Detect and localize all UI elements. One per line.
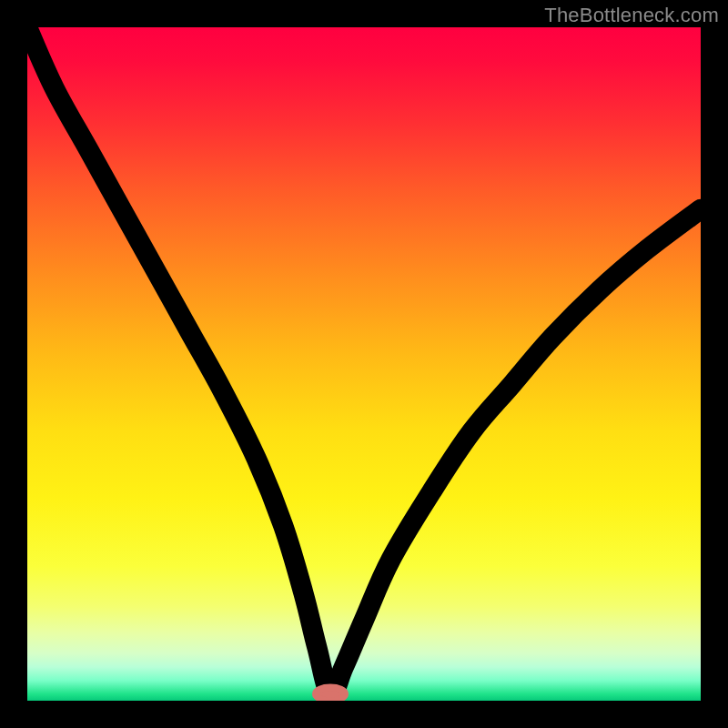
optimal-marker bbox=[316, 687, 346, 701]
watermark-text: TheBottleneck.com bbox=[544, 4, 719, 27]
bottleneck-curve bbox=[27, 27, 701, 694]
plot-area bbox=[27, 27, 701, 701]
chart-frame: TheBottleneck.com bbox=[0, 0, 728, 728]
chart-svg bbox=[27, 27, 701, 701]
